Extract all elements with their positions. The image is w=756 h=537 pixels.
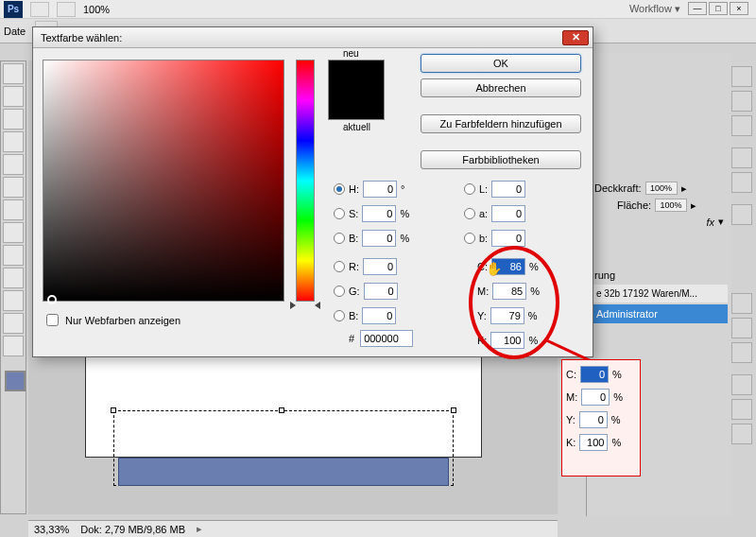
panel-icon-styles[interactable] [731, 115, 752, 136]
h-input[interactable] [363, 181, 397, 198]
callout-y-label: Y: [566, 414, 576, 425]
dialog-titlebar[interactable]: Textfarbe wählen: ✕ [33, 27, 593, 48]
current-color-label: aktuell [343, 122, 370, 132]
panel-icon-paragraph[interactable] [731, 172, 752, 193]
r-input[interactable] [363, 258, 397, 275]
menu-br-icon[interactable] [30, 2, 49, 17]
callout-m[interactable] [581, 389, 610, 406]
l-label: L: [479, 183, 488, 195]
sat-radio[interactable] [334, 208, 345, 219]
panel-icon-info[interactable] [731, 318, 752, 338]
l-input[interactable] [491, 181, 525, 198]
lasso-tool[interactable] [3, 109, 24, 130]
r-label: R: [349, 261, 359, 272]
callout-y[interactable] [579, 411, 608, 428]
s-input[interactable] [362, 205, 396, 222]
photoshop-logo: Ps [4, 1, 23, 18]
ok-button[interactable]: OK [421, 54, 581, 73]
bv-input[interactable] [362, 230, 396, 247]
a-input[interactable] [491, 205, 525, 222]
minimize-button[interactable]: — [688, 2, 707, 15]
add-to-swatches-button[interactable]: Zu Farbfeldern hinzufügen [421, 114, 581, 133]
color-picker-dialog: Textfarbe wählen: ✕ neu aktuell OK Abbre… [32, 26, 593, 357]
menu-film-icon[interactable] [57, 2, 76, 17]
panel-icon-layers[interactable] [731, 204, 752, 225]
close-button[interactable]: × [730, 2, 748, 15]
fill-value[interactable]: 100% [655, 199, 687, 212]
new-current-swatch[interactable] [328, 60, 385, 120]
eyedropper-tool[interactable] [3, 154, 24, 175]
panel-icon-swatches[interactable] [731, 91, 752, 112]
lab-b-label: b: [479, 233, 488, 244]
tools-panel [0, 61, 26, 514]
callout-k-label: K: [566, 437, 576, 448]
panel-icon-history[interactable] [731, 374, 752, 395]
lab-b-input[interactable] [491, 230, 525, 247]
hue-radio[interactable] [334, 183, 345, 195]
l-radio[interactable] [464, 183, 475, 195]
dialog-close-button[interactable]: ✕ [562, 30, 589, 45]
m-label: M: [477, 286, 489, 297]
g-input[interactable] [364, 283, 398, 300]
cancel-button[interactable]: Abbrechen [421, 78, 581, 97]
panel-icon-histogram[interactable] [731, 342, 752, 363]
eraser-tool[interactable] [3, 222, 24, 243]
color-field[interactable] [43, 60, 284, 302]
transform-handle[interactable] [279, 407, 284, 413]
rung-text: rung [594, 269, 615, 281]
y-input[interactable] [490, 307, 524, 324]
h-label: H: [349, 183, 359, 195]
callout-c[interactable] [580, 366, 609, 383]
fill-label: Fläche: [617, 199, 651, 211]
marquee-tool[interactable] [3, 86, 24, 107]
workflow-menu[interactable]: Workflow ▾ [629, 3, 680, 15]
b-radio[interactable] [334, 310, 345, 321]
gradient-tool[interactable] [3, 245, 24, 266]
transform-handle[interactable] [111, 407, 116, 413]
web-only-checkbox[interactable] [46, 314, 59, 326]
fx-icon[interactable]: fx [706, 217, 714, 228]
hue-slider-thumb[interactable] [290, 302, 320, 309]
hex-input[interactable] [360, 330, 413, 347]
panel-icon-fx[interactable] [731, 424, 752, 444]
panel-icon-navigator[interactable] [731, 293, 752, 314]
bright-radio[interactable] [334, 233, 345, 244]
g-radio[interactable] [334, 286, 345, 297]
b-input[interactable] [362, 307, 396, 324]
panel-icon-character[interactable] [731, 147, 752, 168]
crop-tool[interactable] [3, 131, 24, 152]
layer-path-row[interactable]: e 32b 17192 Waren/M... [591, 285, 728, 303]
callout-k[interactable] [579, 434, 608, 451]
web-only-label: Nur Webfarben anzeigen [65, 315, 180, 326]
k-input[interactable] [490, 332, 524, 349]
a-radio[interactable] [464, 208, 475, 219]
panel-icon-color[interactable] [731, 66, 752, 87]
hand-tool[interactable] [3, 336, 24, 356]
brush-tool[interactable] [3, 177, 24, 198]
transform-handle[interactable] [451, 407, 456, 413]
s-label: S: [349, 208, 358, 219]
blue-layer-rect[interactable] [118, 458, 449, 486]
foreground-color-swatch[interactable] [5, 371, 26, 391]
type-tool[interactable] [3, 290, 24, 311]
path-select-tool[interactable] [3, 313, 24, 334]
opacity-value[interactable]: 100% [645, 182, 678, 195]
color-field-cursor[interactable] [47, 295, 57, 304]
status-bar: 33,33% Dok: 2,79 MB/9,86 MB ▸ [28, 520, 558, 537]
new-color-label: neu [343, 48, 359, 59]
maximize-button[interactable]: □ [709, 2, 728, 15]
zoom-readout[interactable]: 33,33% [34, 524, 69, 535]
layer-admin-row[interactable]: Administrator [591, 304, 728, 323]
dialog-title: Textfarbe wählen: [41, 32, 122, 43]
panel-icon-actions[interactable] [731, 399, 752, 420]
pen-tool[interactable] [3, 268, 24, 288]
y-label: Y: [477, 310, 487, 321]
m-input[interactable] [492, 283, 526, 300]
stamp-tool[interactable] [3, 199, 24, 220]
color-libraries-button[interactable]: Farbbibliotheken [421, 150, 581, 169]
zoom-value[interactable]: 100% [83, 4, 110, 15]
r-radio[interactable] [334, 261, 345, 272]
lab-b-radio[interactable] [464, 233, 475, 244]
move-tool[interactable] [3, 63, 24, 84]
hue-slider[interactable] [296, 60, 315, 302]
